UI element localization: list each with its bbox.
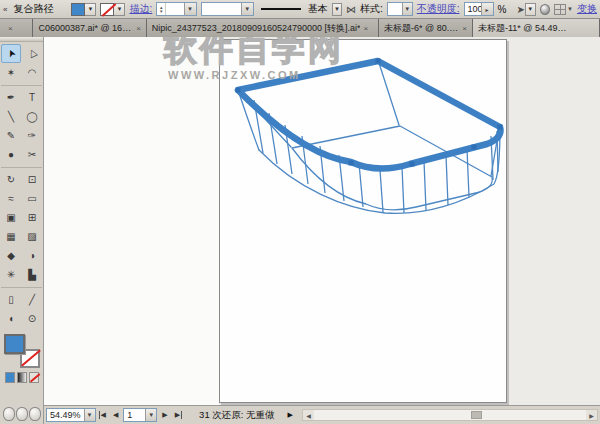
first-artboard-button[interactable]: ◀ — [99, 411, 108, 419]
perspective-grid-tool[interactable]: ⊞ — [22, 208, 42, 227]
scrollbar-thumb[interactable] — [471, 411, 482, 419]
transform-link[interactable]: 变换 — [577, 2, 597, 16]
stroke-weight-label[interactable]: 描边: — [129, 2, 152, 16]
selection-tool[interactable]: ➤ — [1, 44, 21, 63]
ellipse-tool[interactable]: ◯ — [22, 107, 42, 126]
column-graph-tool[interactable]: ▙ — [22, 265, 42, 284]
document-tab-active[interactable]: 未标题-11* @ 54.49… — [473, 19, 600, 37]
pencil-tool[interactable]: ✑ — [22, 126, 42, 145]
dock-collapse-icon[interactable]: « — [3, 5, 7, 14]
color-mode-button[interactable] — [5, 372, 15, 383]
fill-color-swatch[interactable] — [71, 3, 85, 16]
screen-mode-normal-button[interactable] — [3, 407, 15, 421]
align-panel-icon[interactable] — [554, 4, 566, 15]
lasso-tool[interactable]: ◠ — [22, 63, 42, 82]
canvas-area[interactable]: 软件自学网 WWW.RJZXW.COM — [44, 37, 600, 405]
anchor-point[interactable] — [410, 162, 415, 167]
opacity-arrow-icon[interactable]: ▸ — [481, 3, 493, 15]
tab-close-icon[interactable]: × — [363, 24, 368, 33]
blob-brush-tool[interactable]: ● — [1, 145, 21, 164]
basket-drawing[interactable] — [44, 37, 600, 405]
pen-tool[interactable]: ✒ — [1, 88, 21, 107]
type-tool[interactable]: T — [22, 88, 42, 107]
width-tool[interactable]: ≈ — [1, 189, 21, 208]
shape-builder-tool[interactable]: ▣ — [1, 208, 21, 227]
fill-dropdown-icon[interactable]: ▼ — [85, 3, 96, 16]
opacity-label[interactable]: 不透明度: — [417, 2, 460, 16]
fill-blue-swatch[interactable] — [4, 334, 25, 354]
free-transform-tool[interactable]: ▭ — [22, 189, 42, 208]
symbol-sprayer-tool[interactable]: ✳ — [1, 265, 21, 284]
artboard-number-combo[interactable]: 1 ▼ — [123, 408, 157, 422]
width-profile-arrow-icon[interactable]: ▼ — [332, 3, 342, 16]
scale-tool[interactable]: ⊡ — [22, 170, 42, 189]
brush-definition-combo[interactable]: ▼ — [201, 2, 254, 16]
gradient-tool[interactable]: ▨ — [22, 227, 42, 246]
profile-flip-icon[interactable]: ⋈ — [346, 4, 356, 15]
zoom-level-arrow-icon[interactable]: ▼ — [84, 409, 95, 421]
status-flyout-icon[interactable]: ▶ — [288, 411, 293, 419]
basket-rib-line[interactable] — [380, 170, 383, 212]
none-mode-button[interactable] — [29, 372, 39, 383]
stroke-color-swatch[interactable] — [100, 3, 114, 16]
zoom-level-value[interactable]: 54.49% — [47, 410, 84, 420]
stroke-weight-spinner[interactable]: ▴▾ — [157, 3, 166, 15]
opacity-value[interactable]: 100 — [465, 4, 481, 14]
mesh-tool[interactable]: ▦ — [1, 227, 21, 246]
artboard-tool[interactable]: ▯ — [1, 290, 21, 309]
stroke-weight-arrow-icon[interactable]: ▼ — [184, 3, 196, 15]
anchor-point[interactable] — [376, 59, 381, 64]
anchor-point[interactable] — [349, 161, 354, 166]
recolor-artwork-icon[interactable] — [540, 4, 550, 15]
brush-definition-arrow-icon[interactable]: ▼ — [241, 3, 253, 15]
basket-rib-line[interactable] — [424, 161, 426, 210]
blend-tool[interactable]: ◑ — [22, 246, 42, 265]
document-tab[interactable]: Nipic_24377523_20180909160524790000 [转换]… — [147, 19, 379, 37]
anchor-point[interactable] — [472, 145, 477, 150]
style-combo[interactable]: ▼ — [387, 2, 413, 16]
select-similar-icon[interactable]: ➤ — [516, 4, 524, 15]
eyedropper-tool[interactable]: ◆ — [1, 246, 21, 265]
gradient-mode-button[interactable] — [17, 372, 27, 383]
tab-close-icon[interactable]: × — [462, 24, 467, 33]
zoom-tool[interactable]: ⊙ — [22, 309, 42, 328]
line-segment-tool[interactable]: ╲ — [1, 107, 21, 126]
scroll-right-icon[interactable]: ▶ — [586, 410, 597, 420]
rotate-tool[interactable]: ↻ — [1, 170, 21, 189]
hand-tool[interactable]: ◖ — [1, 309, 21, 328]
document-tab[interactable]: × — [0, 19, 33, 37]
prev-artboard-button[interactable]: ◀ — [111, 411, 120, 419]
direct-selection-tool[interactable]: ▷ — [22, 44, 42, 63]
scissors-tool[interactable]: ✂ — [22, 145, 42, 164]
last-artboard-button[interactable]: ▶ — [173, 411, 182, 419]
tab-close-icon[interactable]: × — [136, 24, 141, 33]
scroll-left-icon[interactable]: ◀ — [303, 410, 314, 420]
artboard-number-arrow-icon[interactable]: ▼ — [145, 409, 156, 421]
artboard-number-value[interactable]: 1 — [124, 410, 145, 420]
anchor-point[interactable] — [236, 88, 241, 93]
screen-mode-full-button[interactable] — [29, 407, 41, 421]
tools-panel-grip[interactable] — [0, 37, 43, 42]
document-tab[interactable]: C06000387.ai* @ 16.67…× — [33, 19, 146, 37]
horizontal-scrollbar[interactable]: ◀ ▶ — [302, 409, 598, 421]
stroke-weight-combo[interactable]: ▴▾ ▼ — [156, 2, 196, 16]
next-artboard-button[interactable]: ▶ — [160, 411, 169, 419]
toolbar-separator — [1, 164, 42, 168]
screen-mode-full-menu-button[interactable] — [16, 407, 28, 421]
style-arrow-icon[interactable]: ▼ — [402, 3, 412, 15]
select-similar-arrow-icon[interactable]: ▼ — [525, 3, 536, 16]
basket-rib-line[interactable] — [467, 149, 469, 197]
basket-rib-line[interactable] — [446, 155, 448, 205]
basket-rim-path[interactable] — [238, 61, 500, 169]
opacity-combo[interactable]: 100 ▸ — [464, 2, 494, 16]
tab-close-icon[interactable]: × — [8, 24, 13, 33]
zoom-level-combo[interactable]: 54.49% ▼ — [46, 408, 96, 422]
magic-wand-tool[interactable]: ✶ — [1, 63, 21, 82]
align-arrow-icon[interactable]: ▼ — [567, 6, 573, 12]
slice-tool[interactable]: ╱ — [22, 290, 42, 309]
anchor-point[interactable] — [498, 125, 503, 130]
basket-rib-line[interactable] — [402, 167, 404, 213]
document-tab[interactable]: 未标题-6* @ 80.35% (C…× — [379, 19, 473, 37]
paintbrush-tool[interactable]: ✎ — [1, 126, 21, 145]
basket-rib-line[interactable] — [359, 163, 363, 207]
